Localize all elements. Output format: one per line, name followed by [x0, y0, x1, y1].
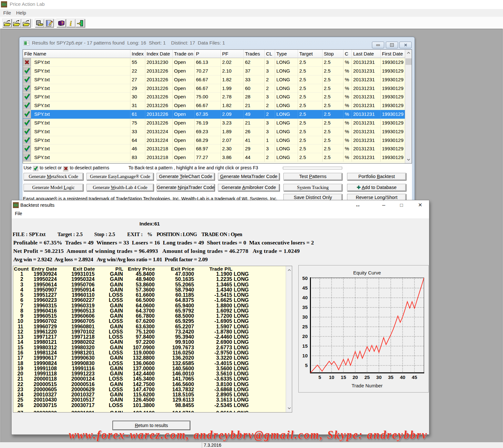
svg-text:20: 20	[302, 334, 308, 339]
svg-text:30: 30	[376, 374, 382, 380]
svg-text:20: 20	[353, 374, 358, 380]
svg-text:?: ?	[61, 21, 63, 25]
svg-text:40: 40	[400, 374, 405, 380]
svg-text:Equity Curve: Equity Curve	[353, 270, 381, 275]
svg-text:10: 10	[329, 374, 334, 380]
svg-text:30: 30	[302, 314, 308, 320]
svg-text:25: 25	[302, 324, 308, 329]
svg-text:35: 35	[302, 304, 308, 310]
svg-text:45: 45	[302, 285, 308, 291]
svg-text:5: 5	[318, 374, 321, 380]
svg-text:i: i	[70, 20, 72, 27]
svg-text:10: 10	[302, 353, 308, 358]
svg-text:Trade Number: Trade Number	[352, 383, 383, 388]
svg-text:35: 35	[388, 374, 394, 380]
svg-text:5: 5	[305, 363, 308, 368]
svg-text:25: 25	[364, 374, 370, 380]
svg-text:15: 15	[341, 374, 346, 380]
svg-text:15: 15	[302, 343, 308, 349]
svg-text:40: 40	[302, 295, 308, 300]
svg-text:45: 45	[412, 374, 417, 380]
svg-text:50: 50	[302, 275, 308, 281]
